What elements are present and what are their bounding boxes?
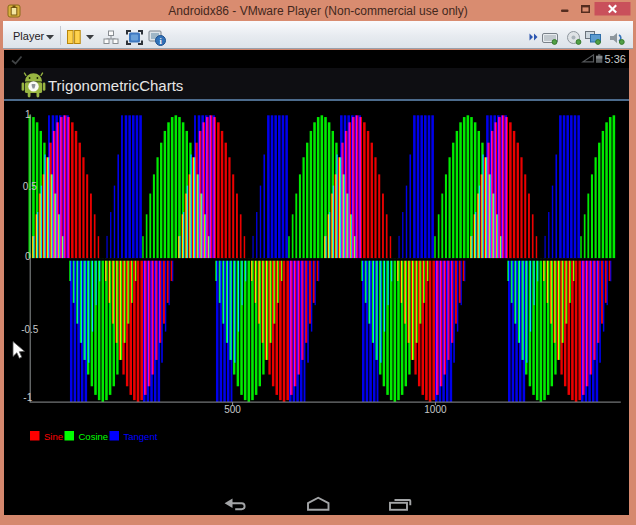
svg-text:1000: 1000 — [424, 404, 447, 415]
svg-text:-0.5: -0.5 — [21, 324, 39, 335]
svg-text:500: 500 — [224, 404, 241, 415]
svg-text:5:36: 5:36 — [605, 53, 626, 65]
svg-text:Sine: Sine — [44, 431, 63, 442]
svg-text:1: 1 — [25, 109, 31, 120]
svg-text:0.5: 0.5 — [23, 181, 37, 192]
svg-text:-1: -1 — [23, 392, 32, 403]
svg-text:0: 0 — [25, 251, 31, 262]
svg-text:Cosine: Cosine — [79, 431, 109, 442]
svg-text:Tangent: Tangent — [124, 431, 158, 442]
